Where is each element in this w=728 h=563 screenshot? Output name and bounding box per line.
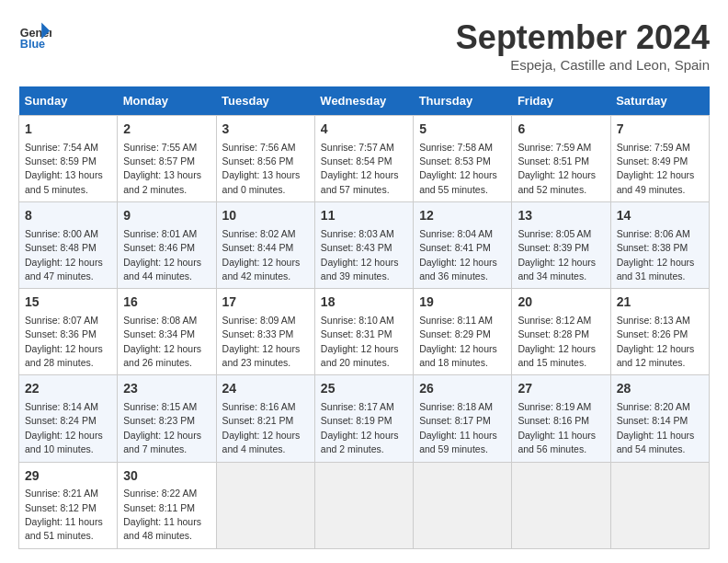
table-row: 24 Sunrise: 8:16 AMSunset: 8:21 PMDaylig… (216, 375, 314, 462)
table-row: 30 Sunrise: 8:22 AMSunset: 8:11 PMDaylig… (118, 462, 216, 548)
col-monday: Monday (118, 86, 216, 116)
table-row: 29 Sunrise: 8:21 AMSunset: 8:12 PMDaylig… (19, 462, 118, 548)
col-tuesday: Tuesday (216, 86, 314, 116)
col-friday: Friday (512, 86, 610, 116)
table-row: 22 Sunrise: 8:14 AMSunset: 8:24 PMDaylig… (19, 375, 118, 462)
logo-icon: General Blue (18, 18, 51, 52)
empty-cell (610, 462, 709, 548)
calendar-week: 29 Sunrise: 8:21 AMSunset: 8:12 PMDaylig… (19, 462, 710, 548)
table-row: 12 Sunrise: 8:04 AMSunset: 8:41 PMDaylig… (414, 202, 512, 289)
table-row: 6 Sunrise: 7:59 AMSunset: 8:51 PMDayligh… (512, 116, 610, 202)
table-row: 26 Sunrise: 8:18 AMSunset: 8:17 PMDaylig… (414, 375, 512, 462)
calendar-header-row: Sunday Monday Tuesday Wednesday Thursday… (19, 86, 710, 116)
empty-cell (512, 462, 610, 548)
table-row: 5 Sunrise: 7:58 AMSunset: 8:53 PMDayligh… (414, 116, 512, 202)
empty-cell (414, 462, 512, 548)
table-row: 19 Sunrise: 8:11 AMSunset: 8:29 PMDaylig… (414, 289, 512, 375)
empty-cell (216, 462, 314, 548)
logo: General Blue (18, 18, 51, 52)
table-row: 21 Sunrise: 8:13 AMSunset: 8:26 PMDaylig… (610, 289, 709, 375)
col-wednesday: Wednesday (314, 86, 413, 116)
table-row: 1 Sunrise: 7:54 AMSunset: 8:59 PMDayligh… (19, 116, 118, 202)
table-row: 17 Sunrise: 8:09 AMSunset: 8:33 PMDaylig… (216, 289, 314, 375)
table-row: 20 Sunrise: 8:12 AMSunset: 8:28 PMDaylig… (512, 289, 610, 375)
table-row: 15 Sunrise: 8:07 AMSunset: 8:36 PMDaylig… (19, 289, 118, 375)
table-row: 7 Sunrise: 7:59 AMSunset: 8:49 PMDayligh… (610, 116, 709, 202)
table-row: 8 Sunrise: 8:00 AMSunset: 8:48 PMDayligh… (19, 202, 118, 289)
table-row: 25 Sunrise: 8:17 AMSunset: 8:19 PMDaylig… (314, 375, 413, 462)
svg-text:Blue: Blue (20, 38, 45, 51)
month-year-title: September 2024 (456, 18, 710, 57)
col-sunday: Sunday (19, 86, 118, 116)
col-saturday: Saturday (610, 86, 709, 116)
table-row: 28 Sunrise: 8:20 AMSunset: 8:14 PMDaylig… (610, 375, 709, 462)
table-row: 3 Sunrise: 7:56 AMSunset: 8:56 PMDayligh… (216, 116, 314, 202)
page-header: General Blue September 2024 Espeja, Cast… (18, 18, 710, 73)
table-row: 9 Sunrise: 8:01 AMSunset: 8:46 PMDayligh… (118, 202, 216, 289)
table-row: 16 Sunrise: 8:08 AMSunset: 8:34 PMDaylig… (118, 289, 216, 375)
location-subtitle: Espeja, Castille and Leon, Spain (456, 57, 710, 73)
table-row: 27 Sunrise: 8:19 AMSunset: 8:16 PMDaylig… (512, 375, 610, 462)
calendar-week: 15 Sunrise: 8:07 AMSunset: 8:36 PMDaylig… (19, 289, 710, 375)
table-row: 13 Sunrise: 8:05 AMSunset: 8:39 PMDaylig… (512, 202, 610, 289)
table-row: 18 Sunrise: 8:10 AMSunset: 8:31 PMDaylig… (314, 289, 413, 375)
table-row: 10 Sunrise: 8:02 AMSunset: 8:44 PMDaylig… (216, 202, 314, 289)
table-row: 11 Sunrise: 8:03 AMSunset: 8:43 PMDaylig… (314, 202, 413, 289)
table-row: 2 Sunrise: 7:55 AMSunset: 8:57 PMDayligh… (118, 116, 216, 202)
table-row: 14 Sunrise: 8:06 AMSunset: 8:38 PMDaylig… (610, 202, 709, 289)
col-thursday: Thursday (414, 86, 512, 116)
table-row: 4 Sunrise: 7:57 AMSunset: 8:54 PMDayligh… (314, 116, 413, 202)
empty-cell (314, 462, 413, 548)
calendar-week: 8 Sunrise: 8:00 AMSunset: 8:48 PMDayligh… (19, 202, 710, 289)
table-row: 23 Sunrise: 8:15 AMSunset: 8:23 PMDaylig… (118, 375, 216, 462)
calendar-week: 1 Sunrise: 7:54 AMSunset: 8:59 PMDayligh… (19, 116, 710, 202)
calendar-table: Sunday Monday Tuesday Wednesday Thursday… (18, 86, 710, 549)
title-section: September 2024 Espeja, Castille and Leon… (456, 18, 710, 73)
calendar-week: 22 Sunrise: 8:14 AMSunset: 8:24 PMDaylig… (19, 375, 710, 462)
